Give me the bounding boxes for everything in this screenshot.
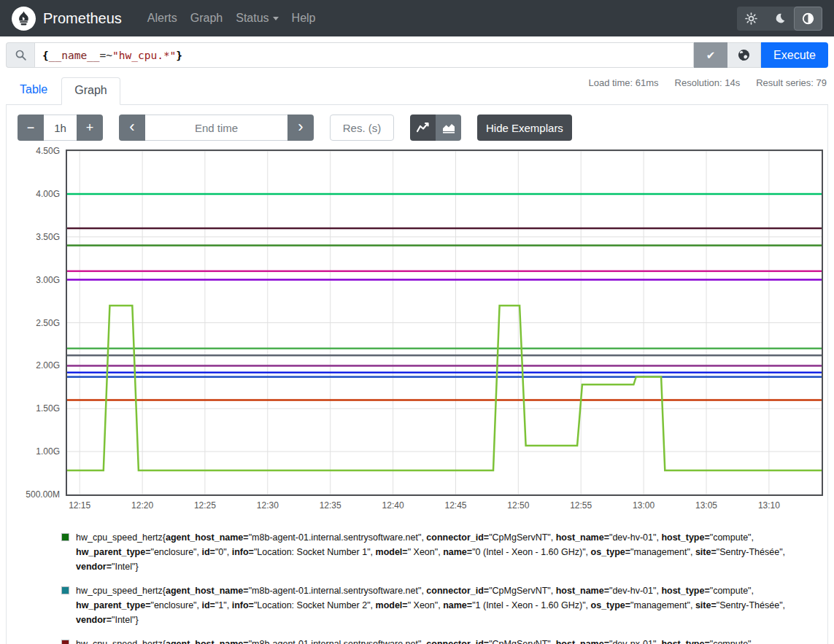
query-bar: {__name__=~"hw_cpu.*"} ✔ Execute	[6, 42, 828, 68]
label-key: host_name=	[556, 586, 609, 596]
label-key: site=	[695, 600, 717, 610]
dropdown-caret-icon	[273, 17, 279, 20]
label-key: model=	[376, 600, 408, 610]
label-key: host_type=	[661, 532, 709, 543]
query-token: {	[42, 50, 49, 61]
label-key: site=	[695, 547, 717, 557]
x-axis-tick-label: 12:55	[559, 500, 603, 511]
label-value: "management",	[630, 547, 695, 557]
light-theme-button[interactable]	[737, 7, 765, 31]
range-decrease-button[interactable]: −	[18, 115, 44, 141]
execute-button[interactable]: Execute	[761, 42, 828, 68]
y-axis-tick-label: 1.00G	[18, 446, 60, 457]
x-axis-tick-label: 13:00	[622, 500, 665, 511]
label-value: "m8b-agent-01.internal.sentrysoftware.ne…	[249, 532, 427, 543]
label-key: os_type=	[591, 600, 631, 610]
nav-link-graph[interactable]: Graph	[184, 12, 229, 25]
label-key: hw_parent_type=	[76, 600, 150, 610]
label-value: " Xeon",	[408, 547, 444, 557]
query-token: "hw_cpu.*"	[112, 50, 176, 61]
label-value: "CpMgServNT",	[489, 639, 556, 644]
label-value: "Sentry-Thésée",	[717, 600, 785, 610]
label-value: "management",	[630, 600, 695, 610]
query-expression-input[interactable]: {__name__=~"hw_cpu.*"}	[34, 42, 694, 68]
label-key: host_name=	[556, 639, 609, 644]
label-value: "m8b-agent-01.internal.sentrysoftware.ne…	[249, 586, 427, 596]
tab-graph[interactable]: Graph	[61, 77, 120, 105]
label-key: name=	[443, 547, 472, 557]
legend-item[interactable]: hw_cpu_speed_hertz{agent_host_name="m8b-…	[61, 583, 808, 627]
label-key: vendor=	[76, 562, 112, 572]
graph-panel: − + ‹ › Hide Exemplars	[6, 105, 828, 644]
label-key: connector_id=	[426, 586, 489, 596]
time-back-button[interactable]: ‹	[119, 115, 145, 141]
circle-half-icon	[802, 12, 814, 25]
globe-icon	[737, 48, 751, 62]
label-key: agent_host_name=	[166, 639, 249, 644]
endtime-group: ‹ ›	[119, 115, 314, 141]
graph-controls: − + ‹ › Hide Exemplars	[18, 115, 816, 141]
nav-link-status[interactable]: Status	[229, 12, 285, 25]
hide-exemplars-button[interactable]: Hide Exemplars	[477, 115, 572, 141]
prometheus-logo[interactable]	[12, 7, 36, 31]
label-value: "CpMgServNT",	[489, 532, 556, 543]
label-key: name=	[443, 600, 472, 610]
y-axis-tick-label: 2.50G	[18, 318, 60, 328]
legend-item[interactable]: hw_cpu_speed_hertz{agent_host_name="m8b-…	[61, 637, 808, 644]
range-group: − +	[18, 115, 103, 141]
label-key: vendor=	[76, 615, 112, 625]
plot-canvas[interactable]	[66, 150, 823, 496]
label-key: connector_id=	[426, 639, 489, 644]
tab-table[interactable]: Table	[7, 77, 60, 104]
label-value: "dev-hv-01",	[609, 586, 661, 596]
load-time: Load time: 61ms	[588, 77, 658, 88]
label-key: host_name=	[556, 532, 609, 543]
resolution-input[interactable]	[330, 115, 394, 141]
label-value: "dev-px-01",	[609, 639, 661, 644]
app-title[interactable]: Prometheus	[43, 10, 122, 27]
label-value: "1 (Intel - Xeon - 1.60 GHz)",	[472, 600, 590, 610]
label-value: "0 (Intel - Xeon - 1.60 GHz)",	[472, 547, 590, 557]
y-axis-tick-label: 500.00M	[18, 489, 60, 500]
search-addon	[6, 42, 34, 68]
series-variable-cpu-speed	[67, 306, 822, 470]
x-axis-tick-label: 12:45	[434, 500, 478, 511]
nav-links: AlertsGraphStatusHelp	[141, 12, 323, 25]
resolution: Resolution: 14s	[675, 77, 741, 88]
time-forward-button[interactable]: ›	[287, 115, 314, 141]
auto-theme-button[interactable]	[794, 7, 822, 31]
label-value: "Location: Socket Number 1",	[254, 547, 376, 557]
label-value: "0",	[215, 547, 232, 557]
query-token: =~	[100, 50, 112, 61]
nav-link-help[interactable]: Help	[285, 12, 323, 25]
query-stats: Load time: 61ms Resolution: 14s Result s…	[588, 77, 827, 88]
label-key: host_type=	[661, 586, 709, 596]
query-token: }	[176, 50, 182, 61]
line-chart-icon	[417, 122, 430, 133]
search-icon	[15, 49, 27, 61]
nav-link-alerts[interactable]: Alerts	[141, 12, 184, 25]
dark-theme-button[interactable]	[765, 7, 794, 31]
query-check-button[interactable]: ✔	[694, 42, 727, 68]
line-chart-button[interactable]	[410, 115, 436, 141]
label-key: info=	[232, 600, 254, 610]
metrics-explorer-button[interactable]	[727, 42, 761, 68]
end-time-input[interactable]	[145, 115, 287, 141]
label-value: "Location: Socket Number 2",	[254, 600, 376, 610]
label-value: "enclosure",	[150, 600, 201, 610]
y-axis-tick-label: 4.50G	[18, 146, 60, 156]
range-increase-button[interactable]: +	[77, 115, 103, 141]
label-value: "Intel"	[112, 562, 136, 572]
stacked-chart-button[interactable]	[436, 115, 461, 141]
label-value: "compute",	[710, 532, 754, 543]
label-value: "Sentry-Thésée",	[717, 547, 785, 557]
x-axis-tick-label: 13:05	[684, 500, 728, 511]
legend-item[interactable]: hw_cpu_speed_hertz{agent_host_name="m8b-…	[61, 530, 808, 574]
moon-icon	[774, 12, 786, 24]
label-key: id=	[202, 547, 215, 557]
label-key: agent_host_name=	[166, 532, 249, 543]
range-input[interactable]	[44, 115, 77, 141]
x-axis-tick-label: 12:50	[496, 500, 540, 511]
series-color-swatch	[61, 586, 69, 594]
series-color-swatch	[61, 533, 69, 541]
